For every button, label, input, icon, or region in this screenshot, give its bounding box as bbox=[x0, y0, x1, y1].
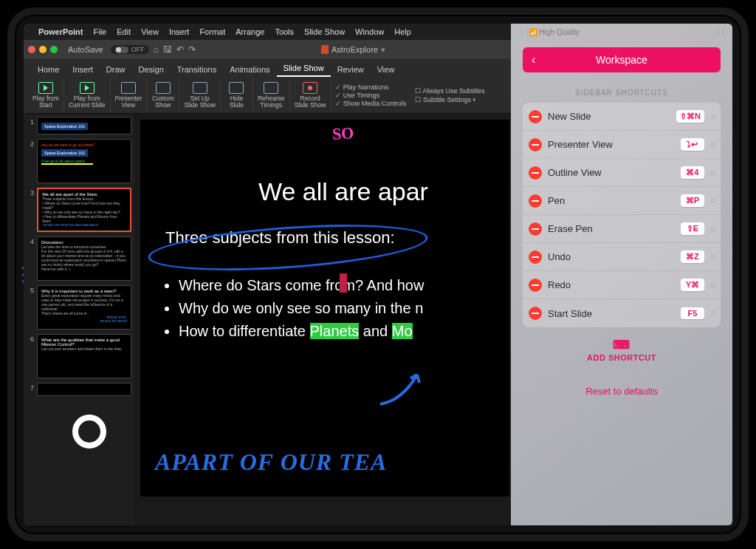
thumbnail-3[interactable]: We all are apart of the StarsThree subje… bbox=[37, 188, 131, 232]
drag-handle-icon[interactable]: ≡ bbox=[710, 139, 715, 151]
setup-slideshow-button[interactable]: Set Up Slide Show bbox=[179, 78, 221, 112]
slide-bullets: Where do Stars come from? And how Why do… bbox=[179, 274, 495, 343]
custom-show-button[interactable]: Custom Show bbox=[147, 78, 179, 112]
hide-slide-button[interactable]: Hide Slide bbox=[221, 78, 253, 112]
annotation-handwriting: APART OF OUR TEA bbox=[155, 449, 387, 476]
undo-icon[interactable]: ↶ bbox=[176, 44, 184, 55]
drag-handle-icon[interactable]: ≡ bbox=[710, 251, 715, 263]
quality-indicator: 📶 High Quality bbox=[518, 28, 580, 36]
narration-checks: Play Narrations Use Timings Show Media C… bbox=[331, 78, 410, 112]
menu-insert[interactable]: Insert bbox=[169, 27, 190, 36]
remove-icon[interactable] bbox=[529, 138, 542, 151]
remove-icon[interactable] bbox=[529, 110, 542, 123]
shortcuts-list: New Slide⇧⌘N≡ Presenter View⤵↩≡ Outline … bbox=[523, 103, 721, 327]
tab-insert[interactable]: Insert bbox=[66, 62, 100, 77]
tab-home[interactable]: Home bbox=[31, 62, 66, 77]
menu-window[interactable]: Window bbox=[355, 27, 384, 36]
play-from-current-button[interactable]: Play from Current Slide bbox=[64, 78, 111, 112]
workarea: 1 Space Exploration 101 2 why do we want… bbox=[24, 114, 511, 525]
save-icon[interactable]: 🖫 bbox=[163, 44, 172, 55]
shortcuts-heading: SIDEBAR SHORTCUTS bbox=[511, 89, 732, 97]
menu-edit[interactable]: Edit bbox=[117, 27, 131, 36]
remove-icon[interactable] bbox=[529, 222, 542, 236]
tab-transitions[interactable]: Transitions bbox=[171, 62, 223, 77]
tab-draw[interactable]: Draw bbox=[100, 62, 132, 77]
sidecar-panel: 📶 High Quality ||| ‹ Workspace SIDEBAR S… bbox=[511, 24, 732, 525]
annotation-red-mark bbox=[340, 273, 347, 293]
shortcut-row[interactable]: Start SlideF5≡ bbox=[523, 299, 721, 327]
tab-slideshow[interactable]: Slide Show bbox=[277, 61, 331, 77]
thumbnail-2[interactable]: why do we want to go out there?Space Exp… bbox=[37, 139, 131, 183]
ipad-screen: PowerPoint File Edit View Insert Format … bbox=[24, 24, 732, 525]
drag-handle-icon[interactable]: ≡ bbox=[710, 167, 715, 179]
slide-canvas[interactable]: SO We all are apar Three subjects from t… bbox=[134, 114, 511, 525]
thumbnail-4[interactable]: Discussion:Let take the time to introduc… bbox=[37, 236, 131, 281]
document-title[interactable]: AstroExplore ▾ bbox=[200, 45, 506, 55]
play-from-start-button[interactable]: Play from Start bbox=[28, 78, 64, 112]
tab-review[interactable]: Review bbox=[331, 62, 371, 77]
remove-icon[interactable] bbox=[529, 194, 542, 208]
check-show-media[interactable]: Show Media Controls bbox=[335, 100, 406, 107]
presenter-view-button[interactable]: Presenter View bbox=[111, 78, 148, 112]
check-use-timings[interactable]: Use Timings bbox=[335, 92, 406, 99]
remove-icon[interactable] bbox=[529, 166, 542, 180]
keyboard-icon: ⌨ bbox=[511, 338, 732, 352]
app-name[interactable]: PowerPoint bbox=[38, 27, 83, 36]
shortcut-row[interactable]: Outline View⌘4≡ bbox=[523, 159, 721, 187]
thumbnail-6[interactable]: What are the qualities that make a good … bbox=[37, 334, 131, 378]
drag-handle-icon[interactable]: ≡ bbox=[710, 307, 715, 319]
check-always-subtitles[interactable]: Always Use Subtitles bbox=[415, 87, 484, 95]
home-icon[interactable]: ⌂ bbox=[154, 44, 159, 55]
menu-slideshow[interactable]: Slide Show bbox=[304, 27, 345, 36]
shortcut-row[interactable]: Pen⌘P≡ bbox=[523, 187, 721, 215]
close-icon[interactable] bbox=[28, 46, 35, 53]
subtitle-settings-dropdown[interactable]: Subtitle Settings bbox=[415, 96, 484, 103]
ribbon: Play from Start Play from Current Slide … bbox=[24, 77, 511, 114]
minimize-icon[interactable] bbox=[39, 46, 47, 53]
drag-handle-icon[interactable]: ≡ bbox=[710, 111, 715, 123]
menu-tools[interactable]: Tools bbox=[275, 27, 294, 36]
window-titlebar: AutoSave OFF ⌂ 🖫 ↶ ↷ AstroExplore ▾ bbox=[24, 40, 511, 59]
menu-arrange[interactable]: Arrange bbox=[236, 27, 264, 36]
tab-design[interactable]: Design bbox=[132, 62, 171, 77]
thumbnail-7[interactable] bbox=[37, 383, 131, 396]
menu-help[interactable]: Help bbox=[394, 27, 411, 36]
reset-defaults-button[interactable]: Reset to defaults bbox=[511, 386, 732, 397]
autosave-toggle[interactable]: OFF bbox=[111, 45, 149, 54]
tab-view[interactable]: View bbox=[371, 62, 402, 77]
annotation-circle bbox=[147, 217, 430, 278]
redo-icon[interactable]: ↷ bbox=[188, 44, 196, 55]
drag-handle-icon[interactable]: ≡ bbox=[710, 223, 715, 235]
menu-view[interactable]: View bbox=[141, 27, 159, 36]
remove-icon[interactable] bbox=[529, 279, 542, 292]
back-icon[interactable]: ‹ bbox=[532, 53, 535, 67]
thumbnail-1[interactable]: Space Exploration 101 bbox=[37, 117, 131, 134]
assistive-touch-icon[interactable] bbox=[72, 415, 106, 449]
record-slideshow-button[interactable]: Record Slide Show bbox=[290, 78, 331, 112]
remove-icon[interactable] bbox=[529, 250, 542, 264]
shortcut-row[interactable]: Presenter View⤵↩≡ bbox=[523, 131, 721, 159]
shortcut-row[interactable]: New Slide⇧⌘N≡ bbox=[523, 103, 721, 131]
rehearse-timings-button[interactable]: Rehearse Timings bbox=[253, 78, 290, 112]
panel-drag-icon[interactable]: ||| bbox=[715, 28, 725, 36]
pptx-icon bbox=[321, 45, 329, 54]
thumbnail-5[interactable]: Why it is important to work as a team?Ev… bbox=[37, 285, 131, 330]
traffic-lights[interactable] bbox=[28, 46, 58, 53]
shortcut-row[interactable]: Erase Pen⇧E≡ bbox=[523, 215, 721, 243]
menu-file[interactable]: File bbox=[94, 27, 107, 36]
slide-thumbnails: 1 Space Exploration 101 2 why do we want… bbox=[24, 114, 134, 525]
shortcut-row[interactable]: RedoY⌘≡ bbox=[523, 271, 721, 299]
shortcut-row[interactable]: Undo⌘Z≡ bbox=[523, 243, 721, 271]
annotation-arrow bbox=[377, 364, 428, 408]
tab-animations[interactable]: Animations bbox=[223, 62, 276, 77]
drag-handle-icon[interactable]: ≡ bbox=[710, 195, 715, 207]
zoom-icon[interactable] bbox=[50, 46, 58, 53]
powerpoint-window: PowerPoint File Edit View Insert Format … bbox=[24, 24, 511, 525]
ribbon-tabs: Home Insert Draw Design Transitions Anim… bbox=[24, 59, 511, 77]
menu-format[interactable]: Format bbox=[199, 27, 225, 36]
drag-handle-icon[interactable]: ≡ bbox=[710, 279, 715, 291]
workspace-button[interactable]: ‹ Workspace bbox=[523, 47, 721, 72]
add-shortcut-button[interactable]: ⌨ ADD SHORTCUT bbox=[511, 338, 732, 362]
remove-icon[interactable] bbox=[529, 307, 542, 320]
check-play-narrations[interactable]: Play Narrations bbox=[335, 83, 406, 91]
